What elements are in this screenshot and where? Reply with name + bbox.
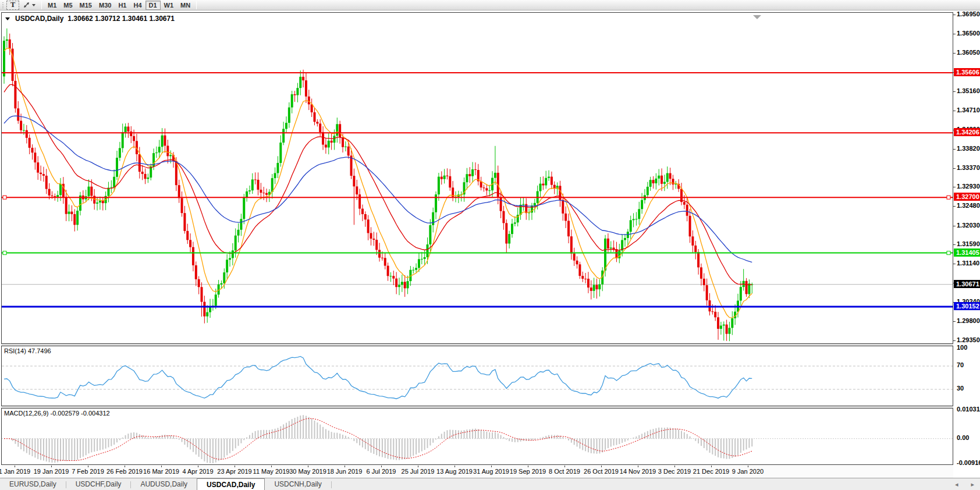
chart-title: USDCAD,Daily1.30662 1.30712 1.30461 1.30… — [5, 15, 175, 23]
price-axis-tick — [953, 53, 956, 54]
level-price-label[interactable]: 1.35606 — [954, 68, 980, 76]
tab-separator — [331, 481, 332, 488]
tab-usdchf[interactable]: USDCHF,Daily — [66, 478, 131, 490]
tab-scroll-right-icon[interactable]: ▸ — [971, 481, 974, 488]
price-axis-tick — [953, 206, 956, 207]
date-axis-tick — [161, 466, 162, 467]
price-axis-label: 1.32930 — [957, 183, 980, 190]
toolbar-separator — [41, 1, 42, 9]
date-axis-tick — [711, 466, 712, 467]
level-price-label[interactable]: 1.34206 — [954, 128, 980, 136]
price-axis-label: 1.31140 — [957, 260, 979, 267]
tab-scroll-arrows: ◂ ▸ — [955, 481, 974, 488]
timeframe-w1-button[interactable]: W1 — [161, 1, 177, 10]
date-axis-label: 18 Jun 2019 — [327, 468, 363, 475]
chart-window: USDCAD,Daily1.30662 1.30712 1.30461 1.30… — [0, 10, 980, 478]
date-axis-label: 30 May 2019 — [289, 468, 326, 475]
date-axis-label: 6 Jul 2019 — [367, 468, 396, 475]
diagonal-arrows-icon — [23, 1, 30, 9]
date-axis-tick — [638, 466, 638, 467]
chart-tabs-bar: EURUSD,Daily USDCHF,Daily AUDUSD,Daily U… — [0, 478, 980, 490]
price-axis-tick — [953, 111, 956, 111]
chart-shift-marker-icon[interactable] — [753, 15, 761, 19]
price-axis-tick — [953, 187, 956, 187]
timeframe-m30-button[interactable]: M30 — [95, 1, 115, 10]
timeframe-m15-button[interactable]: M15 — [76, 1, 95, 10]
timeframe-d1-button[interactable]: D1 — [145, 1, 161, 10]
price-axis-tick — [953, 91, 956, 92]
macd-canvas[interactable] — [2, 409, 953, 464]
text-tool-button[interactable]: T — [6, 1, 19, 10]
date-axis-tick — [125, 466, 125, 467]
date-axis-tick — [88, 466, 88, 467]
price-chart-canvas[interactable] — [2, 13, 953, 343]
tab-usdcnh[interactable]: USDCNH,Daily — [265, 478, 331, 490]
price-axis-tick — [953, 321, 956, 322]
timeframe-h4-button[interactable]: H4 — [130, 1, 145, 10]
cursor-arrows-button[interactable] — [19, 1, 39, 10]
date-axis-tick — [491, 466, 492, 467]
macd-panel[interactable]: MACD(12,26,9) -0.002579 -0.004312 — [1, 408, 953, 465]
date-axis-tick — [528, 466, 528, 467]
price-axis-tick — [953, 264, 956, 264]
chart-title-symbol: USDCAD,Daily — [15, 15, 63, 23]
price-axis-label: 1.34710 — [957, 106, 980, 114]
tab-eurusd[interactable]: EURUSD,Daily — [0, 478, 66, 490]
dropdown-caret-icon — [32, 4, 35, 6]
price-axis-tick — [953, 226, 956, 226]
price-axis-label: 1.29350 — [957, 336, 980, 344]
macd-label: MACD(12,26,9) -0.002579 -0.004312 — [4, 410, 110, 417]
timeframe-mn-button[interactable]: MN — [177, 1, 194, 10]
price-axis-tick — [953, 340, 956, 341]
price-axis-tick — [953, 168, 956, 169]
price-axis-label: 1.36500 — [957, 30, 980, 37]
date-axis-tick — [748, 466, 748, 467]
date-axis-label: 19 Jan 2019 — [34, 468, 69, 475]
date-axis-tick — [601, 466, 602, 467]
rsi-panel[interactable]: RSI(14) 47.7496 — [1, 346, 953, 406]
date-axis-label: 11 May 2019 — [253, 468, 290, 475]
date-axis-tick — [381, 466, 382, 467]
date-axis-tick — [198, 466, 198, 467]
tab-audusd[interactable]: AUDUSD,Daily — [131, 478, 197, 490]
date-axis-label: 21 Dec 2019 — [693, 468, 729, 475]
price-axis-label: 1.31590 — [957, 240, 980, 248]
price-axis-label: 1.32480 — [957, 202, 980, 210]
price-axis-tick — [953, 149, 956, 150]
timeframe-m1-button[interactable]: M1 — [44, 1, 60, 10]
timeframe-h1-button[interactable]: H1 — [115, 1, 130, 10]
date-axis-tick — [308, 466, 308, 467]
price-axis-label: 1.33370 — [957, 164, 980, 172]
chart-menu-caret-icon[interactable] — [5, 17, 10, 20]
date-axis-label: 9 Jan 2020 — [732, 468, 764, 475]
date-axis-label: 7 Feb 2019 — [72, 468, 104, 475]
price-axis[interactable]: 1.369501.365001.360501.356001.351601.347… — [954, 10, 980, 478]
price-axis-label: 1.33820 — [957, 145, 980, 152]
price-axis-tick — [953, 34, 956, 34]
date-axis-label: 14 Nov 2019 — [620, 468, 656, 475]
rsi-canvas[interactable] — [2, 346, 953, 406]
date-axis-label: 13 Aug 2019 — [436, 468, 473, 475]
price-axis-label: 1.36950 — [957, 10, 980, 18]
rsi-axis-label: 30 — [957, 385, 964, 392]
rsi-axis-label: 100 — [957, 344, 967, 351]
toolbar-grip[interactable] — [2, 2, 5, 9]
date-axis-label: 8 Oct 2019 — [549, 468, 580, 475]
level-price-label[interactable]: 1.30152 — [954, 302, 980, 310]
price-chart-panel[interactable]: USDCAD,Daily1.30662 1.30712 1.30461 1.30… — [1, 12, 953, 344]
macd-axis-label: 0.010314 — [957, 406, 980, 413]
timeframe-m5-button[interactable]: M5 — [60, 1, 76, 10]
toolbar-separator — [196, 1, 197, 9]
level-price-label[interactable]: 1.31405 — [954, 248, 980, 257]
tab-usdcad[interactable]: USDCAD,Daily — [197, 478, 265, 490]
date-axis-label: 19 Sep 2019 — [510, 468, 546, 475]
date-axis-tick — [564, 466, 565, 467]
date-axis-tick — [418, 466, 418, 467]
tab-scroll-left-icon[interactable]: ◂ — [955, 481, 958, 488]
price-axis-label: 1.32030 — [957, 222, 980, 229]
date-axis[interactable]: 1 Jan 201919 Jan 20197 Feb 201926 Feb 20… — [1, 466, 953, 478]
date-axis-tick — [235, 466, 235, 467]
macd-axis-label: 0.00 — [957, 434, 969, 442]
level-price-label[interactable]: 1.32700 — [954, 193, 980, 201]
date-axis-label: 26 Feb 2019 — [106, 468, 143, 475]
